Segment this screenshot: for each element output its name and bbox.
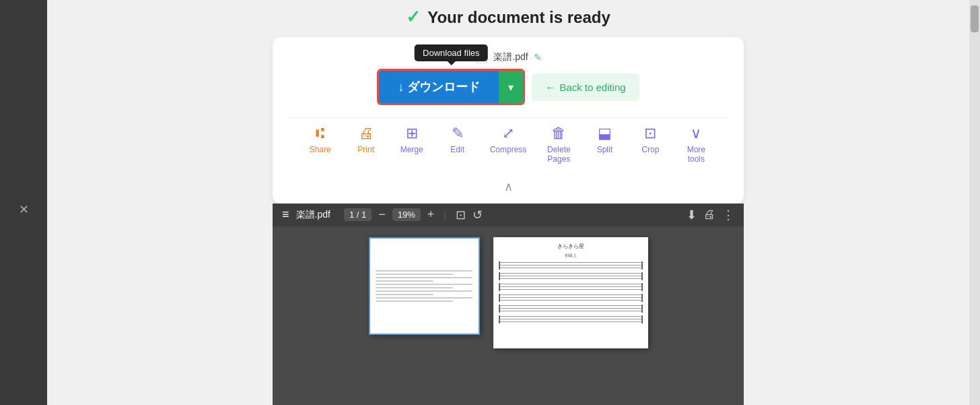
share-icon: ⑆ bbox=[316, 125, 324, 142]
pdf-zoom-out-button[interactable]: − bbox=[378, 208, 386, 222]
tool-edit[interactable]: ✎ Edit bbox=[438, 121, 478, 158]
pdf-line bbox=[376, 274, 454, 275]
pdf-viewer: ≡ 楽譜.pdf 1 / 1 − 19% + | ⊡ ↺ ⬇ 🖨 ⋮ bbox=[273, 204, 744, 405]
file-icon: 📄 bbox=[475, 51, 488, 63]
tool-compress[interactable]: ⤢ Compress bbox=[483, 121, 534, 158]
pdf-line bbox=[376, 284, 473, 285]
pdf-toolbar: ≡ 楽譜.pdf 1 / 1 − 19% + | ⊡ ↺ ⬇ 🖨 ⋮ bbox=[273, 204, 744, 226]
pdf-fit-page-button[interactable]: ⊡ bbox=[456, 208, 466, 222]
pdf-zoom-level: 19% bbox=[392, 208, 421, 221]
music-staff-1 bbox=[499, 261, 643, 270]
pdf-line bbox=[376, 287, 454, 288]
file-name: 楽譜.pdf bbox=[493, 51, 528, 63]
music-staff-6 bbox=[499, 315, 643, 323]
left-panel: ✕ bbox=[0, 0, 47, 405]
pdf-zoom-in-button[interactable]: + bbox=[427, 208, 435, 222]
tool-print[interactable]: 🖨 Print bbox=[346, 121, 386, 158]
pdf-line bbox=[376, 280, 434, 282]
music-staff-2 bbox=[499, 272, 643, 280]
download-button-group: ↓ ダウンロード ▾ bbox=[377, 69, 525, 105]
pdf-page-1-content bbox=[376, 270, 473, 302]
pdf-page-total: 1 bbox=[361, 210, 366, 220]
tool-share[interactable]: ⑆ Share bbox=[300, 121, 341, 158]
pdf-download-button[interactable]: ⬇ bbox=[687, 208, 697, 222]
download-dropdown-button[interactable]: ▾ bbox=[499, 71, 523, 103]
compress-icon: ⤢ bbox=[502, 125, 514, 142]
file-info-row: 📄 楽譜.pdf ✎ bbox=[289, 51, 728, 63]
collapse-row[interactable]: ∧ bbox=[289, 177, 728, 197]
close-button[interactable]: ✕ bbox=[19, 13, 29, 405]
main-content: ✓ Your document is ready 📄 楽譜.pdf ✎ Down… bbox=[47, 0, 969, 405]
pdf-line bbox=[376, 270, 473, 272]
tool-delete-pages[interactable]: 🗑 Delete Pages bbox=[538, 121, 579, 168]
split-label: Split bbox=[597, 145, 612, 154]
edit-filename-icon[interactable]: ✎ bbox=[534, 52, 542, 63]
music-staff-5 bbox=[499, 305, 643, 313]
check-icon: ✓ bbox=[406, 7, 421, 28]
scrollbar[interactable] bbox=[969, 0, 980, 405]
pdf-page-info: 1 / 1 bbox=[344, 208, 372, 221]
tools-row: ⑆ Share 🖨 Print ⊞ Merge ✎ Edit ⤢ Compres… bbox=[289, 117, 728, 177]
pdf-line bbox=[376, 290, 473, 292]
print-label: Print bbox=[357, 145, 374, 154]
music-staff-3 bbox=[499, 283, 643, 291]
pdf-print-button[interactable]: 🖨 bbox=[703, 208, 715, 222]
pdf-page-sep: / bbox=[357, 210, 361, 220]
crop-icon: ⊡ bbox=[644, 125, 656, 142]
page-title: ✓ Your document is ready bbox=[406, 7, 610, 28]
download-btn-wrapper: Download files ↓ ダウンロード ▾ bbox=[377, 69, 525, 105]
pdf-separator: | bbox=[444, 210, 446, 220]
compress-label: Compress bbox=[490, 145, 527, 154]
back-arrow-icon: ← bbox=[545, 82, 555, 93]
pdf-page-1 bbox=[369, 237, 480, 335]
collapse-chevron-icon: ∧ bbox=[504, 179, 513, 194]
tool-crop[interactable]: ⊡ Crop bbox=[630, 121, 670, 158]
back-to-editing-label: Back to editing bbox=[559, 82, 625, 93]
pdf-more-button[interactable]: ⋮ bbox=[722, 208, 734, 222]
more-tools-icon: ∨ bbox=[691, 125, 701, 142]
print-icon: 🖨 bbox=[359, 125, 374, 142]
pdf-line bbox=[376, 297, 473, 299]
pdf-line bbox=[376, 277, 473, 278]
crop-label: Crop bbox=[641, 145, 659, 154]
merge-icon: ⊞ bbox=[406, 125, 418, 142]
pdf-filename: 楽譜.pdf bbox=[296, 209, 330, 221]
music-staff-4 bbox=[499, 294, 643, 302]
pdf-page-2: きらきら星 初級上 bbox=[493, 237, 648, 348]
music-score-title: きらきら星 bbox=[499, 243, 643, 250]
download-row: Download files ↓ ダウンロード ▾ ← Back to edit… bbox=[289, 69, 728, 105]
pdf-page-current: 1 bbox=[349, 210, 354, 220]
tool-split[interactable]: ⬓ Split bbox=[584, 121, 625, 158]
edit-icon: ✎ bbox=[452, 125, 464, 142]
tool-merge[interactable]: ⊞ Merge bbox=[392, 121, 432, 158]
document-card: 📄 楽譜.pdf ✎ Download files ↓ ダウンロード ▾ ← B… bbox=[273, 37, 744, 204]
delete-pages-icon: 🗑 bbox=[551, 125, 566, 142]
tool-more-tools[interactable]: ∨ More tools bbox=[676, 121, 716, 168]
delete-pages-label: Delete Pages bbox=[547, 145, 571, 164]
back-to-editing-button[interactable]: ← Back to editing bbox=[532, 73, 639, 101]
edit-label: Edit bbox=[450, 145, 464, 154]
pdf-rotate-button[interactable]: ↺ bbox=[473, 208, 483, 222]
merge-label: Merge bbox=[400, 145, 423, 154]
pdf-line bbox=[376, 294, 434, 295]
pdf-line bbox=[376, 301, 454, 302]
split-icon: ⬓ bbox=[598, 125, 612, 142]
more-tools-label: More tools bbox=[687, 145, 705, 164]
pdf-content: きらきら星 初級上 bbox=[273, 226, 744, 405]
pdf-menu-icon[interactable]: ≡ bbox=[282, 208, 289, 222]
share-label: Share bbox=[310, 145, 331, 154]
download-main-button[interactable]: ↓ ダウンロード bbox=[379, 71, 499, 103]
title-text: Your document is ready bbox=[427, 8, 610, 27]
scrollbar-thumb[interactable] bbox=[971, 5, 979, 32]
music-score-subtitle: 初級上 bbox=[499, 253, 643, 259]
